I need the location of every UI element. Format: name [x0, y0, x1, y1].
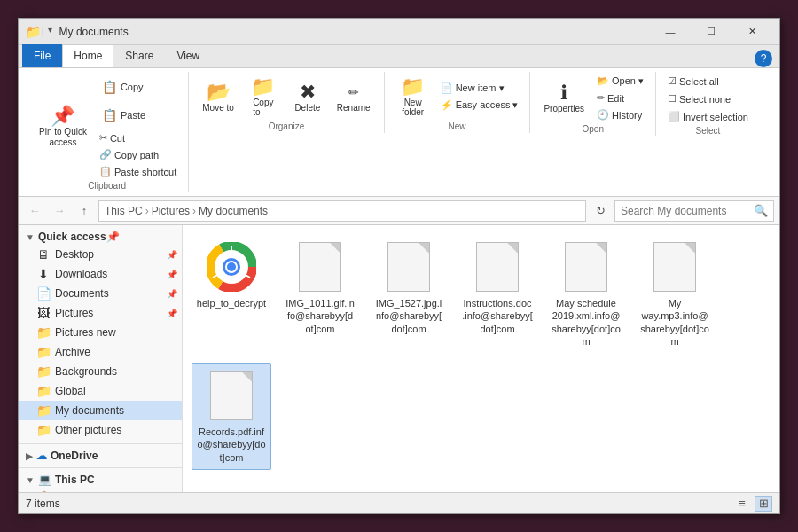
pin-quick-access-button[interactable]: 📌 Pin to Quickaccess [33, 103, 93, 151]
cut-button[interactable]: ✂ Cut [95, 130, 181, 145]
onedrive-label: OneDrive [51, 450, 98, 462]
new-folder-button[interactable]: 📁 Newfolder [392, 74, 434, 120]
records-name: Records.pdf.info@sharebyy[dot]com [196, 426, 267, 464]
qat-separator: | [42, 25, 44, 39]
sidebar-item-downloads-qa[interactable]: ⬇ Downloads 📌 [19, 264, 182, 284]
refresh-button[interactable]: ↻ [590, 200, 611, 222]
properties-button[interactable]: ℹ Properties [537, 80, 591, 116]
pin-label: Pin to Quickaccess [39, 127, 87, 148]
img1011-name: IMG_1011.gif.info@sharebyy[dot]com [285, 297, 356, 335]
file-item-may-schedule[interactable]: May schedule 2019.xml.info@sharebyy[dot]… [546, 234, 626, 354]
edit-button[interactable]: ✏ Edit [592, 90, 648, 106]
copy-to-icon: 📁 [253, 76, 274, 98]
copy-icon: 📋 [99, 76, 121, 98]
tab-view[interactable]: View [165, 44, 211, 67]
open-label: Open ▾ [612, 75, 644, 87]
organize-group: 📂 Move to 📁 Copyto ✖ Delete ✏ Rename Org… [189, 72, 384, 133]
close-button[interactable]: ✕ [732, 19, 772, 45]
records-icon [205, 369, 258, 422]
forward-button[interactable]: → [49, 200, 70, 222]
open-group-label: Open [537, 124, 648, 134]
easy-access-button[interactable]: ⚡ Easy access ▾ [436, 98, 523, 113]
copy-to-button[interactable]: 📁 Copyto [242, 74, 285, 120]
rename-button[interactable]: ✏ Rename [331, 79, 377, 115]
back-button[interactable]: ← [24, 200, 45, 222]
sidebar-item-my-documents[interactable]: 📁 My documents [19, 401, 182, 420]
sidebar-item-global[interactable]: 📁 Global [19, 381, 182, 401]
svg-point-9 [227, 262, 236, 271]
sidebar-3dobjects-label: 3D Objects [55, 491, 107, 492]
cut-label: Cut [110, 133, 125, 144]
my-way-icon [648, 240, 701, 293]
maximize-button[interactable]: ☐ [691, 19, 732, 45]
paste-shortcut-button[interactable]: 📋 Paste shortcut [95, 164, 181, 179]
large-icons-view-button[interactable]: ⊞ [755, 496, 772, 512]
search-input[interactable] [621, 205, 754, 217]
copy-button[interactable]: 📋 Copy [95, 74, 181, 100]
onedrive-header[interactable]: ▶ ☁ OneDrive [19, 448, 182, 464]
address-path[interactable]: This PC › Pictures › My documents [98, 200, 586, 222]
qat-dropdown[interactable]: ▾ [46, 25, 54, 39]
select-col: ☑ Select all ☐ Select none ⬜ Invert sele… [663, 74, 753, 124]
select-buttons: ☑ Select all ☐ Select none ⬜ Invert sele… [663, 74, 753, 124]
move-to-button[interactable]: 📂 Move to [196, 79, 240, 115]
organize-buttons: 📂 Move to 📁 Copyto ✖ Delete ✏ Rename [196, 74, 376, 120]
edit-label: Edit [607, 93, 624, 104]
sidebar-item-archive[interactable]: 📁 Archive [19, 342, 182, 362]
file-item-img1011[interactable]: IMG_1011.gif.info@sharebyy[dot]com [280, 234, 360, 354]
delete-button[interactable]: ✖ Delete [286, 79, 329, 115]
file-item-my-way[interactable]: My way.mp3.info@sharebyy[dot]com [635, 234, 715, 354]
file-zone: help_to_decrypt IMG_1011.gif.info@shareb… [183, 225, 779, 492]
invert-selection-button[interactable]: ⬜ Invert selection [663, 109, 753, 124]
file-item-instructions[interactable]: Instructions.doc.info@sharebyy[dot]com [458, 234, 537, 354]
sidebar-item-pictures-new[interactable]: 📁 Pictures new [19, 323, 182, 342]
sidebar-item-3dobjects[interactable]: 📦 3D Objects [19, 488, 182, 492]
sidebar-other-pictures-label: Other pictures [55, 424, 121, 436]
may-schedule-icon [559, 240, 613, 293]
tab-file[interactable]: File [22, 44, 62, 67]
open-group: ℹ Properties 📂 Open ▾ ✏ Edit 🕘 History O… [530, 72, 656, 136]
thispc-header[interactable]: ▼ 💻 This PC [19, 472, 182, 488]
select-none-label: Select none [679, 94, 731, 105]
sidebar-item-desktop-qa[interactable]: 🖥 Desktop 📌 [19, 245, 182, 264]
clipboard-buttons: 📌 Pin to Quickaccess 📋 Copy 📋 Paste ✂ Cu… [33, 74, 181, 179]
new-item-button[interactable]: 📄 New item ▾ [436, 81, 523, 96]
path-sep-2: › [192, 205, 196, 217]
open-secondary: 📂 Open ▾ ✏ Edit 🕘 History [592, 74, 648, 122]
main-area: ▼ Quick access 📌 🖥 Desktop 📌 ⬇ Downloads… [19, 225, 779, 492]
may-schedule-name: May schedule 2019.xml.info@sharebyy[dot]… [551, 297, 622, 348]
open-button[interactable]: 📂 Open ▾ [592, 74, 648, 89]
sidebar-item-documents-qa[interactable]: 📄 Documents 📌 [19, 284, 182, 303]
rename-icon: ✏ [343, 82, 364, 103]
file-item-img1527[interactable]: IMG_1527.jpg.info@sharebyy[dot]com [369, 234, 449, 354]
sidebar-item-backgrounds[interactable]: 📁 Backgrounds [19, 362, 182, 381]
select-all-label: Select all [679, 76, 719, 87]
quick-access-label: Quick access [38, 231, 106, 243]
history-button[interactable]: 🕘 History [592, 107, 648, 122]
up-button[interactable]: ↑ [74, 200, 95, 222]
tab-share[interactable]: Share [113, 44, 165, 67]
img1527-name: IMG_1527.jpg.info@sharebyy[dot]com [373, 297, 444, 335]
properties-icon: ℹ [553, 82, 575, 104]
paste-button[interactable]: 📋 Paste [95, 102, 181, 129]
quick-access-header[interactable]: ▼ Quick access 📌 [19, 229, 182, 245]
help-decrypt-icon [205, 240, 258, 293]
copy-path-button[interactable]: 🔗 Copy path [95, 147, 181, 162]
sidebar-item-other-pictures[interactable]: 📁 Other pictures [19, 420, 182, 440]
file-item-help-decrypt[interactable]: help_to_decrypt [192, 234, 271, 354]
ribbon-content: 📌 Pin to Quickaccess 📋 Copy 📋 Paste ✂ Cu… [19, 68, 779, 197]
address-actions: ↻ [590, 200, 611, 222]
file-item-records[interactable]: Records.pdf.info@sharebyy[dot]com [192, 363, 271, 470]
qat-folder-icon[interactable]: 📁 [26, 25, 40, 39]
select-none-button[interactable]: ☐ Select none [663, 91, 753, 106]
sidebar-item-pictures-qa[interactable]: 🖼 Pictures 📌 [19, 303, 182, 323]
tab-home[interactable]: Home [62, 44, 113, 67]
select-group: ☑ Select all ☐ Select none ⬜ Invert sele… [656, 72, 760, 137]
select-all-button[interactable]: ☑ Select all [663, 74, 753, 89]
item-count: 7 items [26, 497, 60, 510]
downloads-icon: ⬇ [36, 267, 51, 281]
help-button[interactable]: ? [755, 50, 772, 67]
minimize-button[interactable]: — [650, 19, 691, 45]
details-view-button[interactable]: ≡ [733, 496, 751, 512]
search-box[interactable]: 🔍 [614, 200, 774, 222]
